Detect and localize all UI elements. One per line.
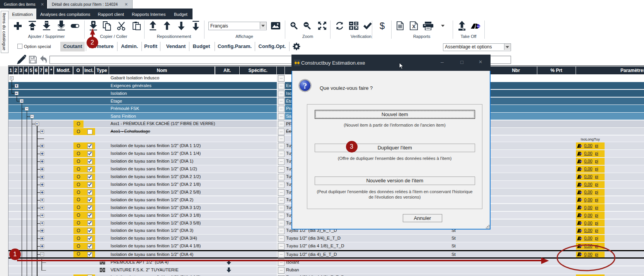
svg-text:X: X bbox=[412, 24, 416, 29]
svg-text:?: ? bbox=[303, 81, 307, 91]
